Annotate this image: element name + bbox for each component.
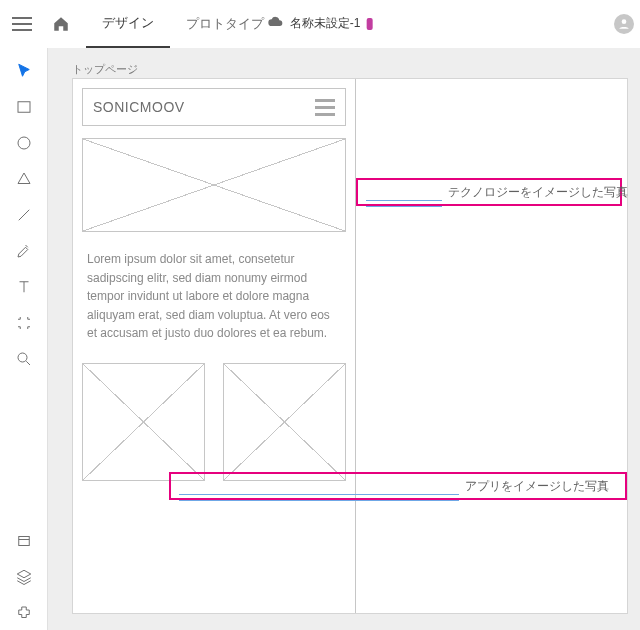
wireframe-thumb-row [82,363,346,481]
pen-tool[interactable] [5,234,43,268]
zoom-tool[interactable] [5,342,43,376]
tab-design[interactable]: デザイン [86,0,170,48]
svg-rect-4 [18,537,29,546]
tool-rail [0,48,48,630]
wireframe-thumb-placeholder[interactable] [223,363,346,481]
callout-leader-line [171,485,459,487]
svg-point-2 [18,137,30,149]
main-area: トップページ SONICMOOV Lorem ipsum dolor sit a… [0,48,640,630]
canvas[interactable]: トップページ SONICMOOV Lorem ipsum dolor sit a… [48,48,640,630]
svg-rect-1 [18,102,30,113]
user-avatar-icon[interactable] [614,14,634,34]
line-tool[interactable] [5,198,43,232]
wireframe-header[interactable]: SONICMOOV [82,88,346,126]
wireframe-hero-placeholder[interactable] [82,138,346,232]
wireframe-container: SONICMOOV Lorem ipsum dolor sit amet, co… [73,79,355,481]
hamburger-icon [315,99,335,116]
select-tool[interactable] [5,54,43,88]
tab-label: デザイン [102,14,154,32]
ellipse-tool[interactable] [5,126,43,160]
text-tool[interactable] [5,270,43,304]
layers-panel-button[interactable] [5,560,43,594]
cloud-icon [268,14,284,33]
callout-leader-line [358,191,442,193]
divider [355,79,356,613]
tab-label: プロトタイプ [186,15,264,33]
document-name: 名称未設定-1 [290,15,361,32]
rectangle-tool[interactable] [5,90,43,124]
svg-point-0 [622,19,627,24]
unsaved-indicator [366,18,372,30]
main-menu-button[interactable] [8,10,36,38]
assets-panel-button[interactable] [5,524,43,558]
top-bar: デザイン プロトタイプ 名称未設定-1 [0,0,640,48]
tab-prototype[interactable]: プロトタイプ [170,0,280,48]
artboard-tool[interactable] [5,306,43,340]
artboard-label[interactable]: トップページ [72,62,138,77]
wireframe-title: SONICMOOV [93,99,185,115]
callout-text: アプリをイメージした写真 [459,475,615,498]
topbar-right [614,0,634,48]
home-button[interactable] [36,0,86,48]
polygon-tool[interactable] [5,162,43,196]
wireframe-body-text[interactable]: Lorem ipsum dolor sit amet, consetetur s… [87,250,341,343]
annotation-callout[interactable]: テクノロジーをイメージした写真 [356,178,622,206]
annotation-callout[interactable]: アプリをイメージした写真 [169,472,627,500]
wireframe-thumb-placeholder[interactable] [82,363,205,481]
callout-text: テクノロジーをイメージした写真 [442,181,634,204]
plugins-panel-button[interactable] [5,596,43,630]
svg-point-3 [18,353,27,362]
document-title-group[interactable]: 名称未設定-1 [268,14,373,33]
artboard[interactable]: SONICMOOV Lorem ipsum dolor sit amet, co… [72,78,628,614]
